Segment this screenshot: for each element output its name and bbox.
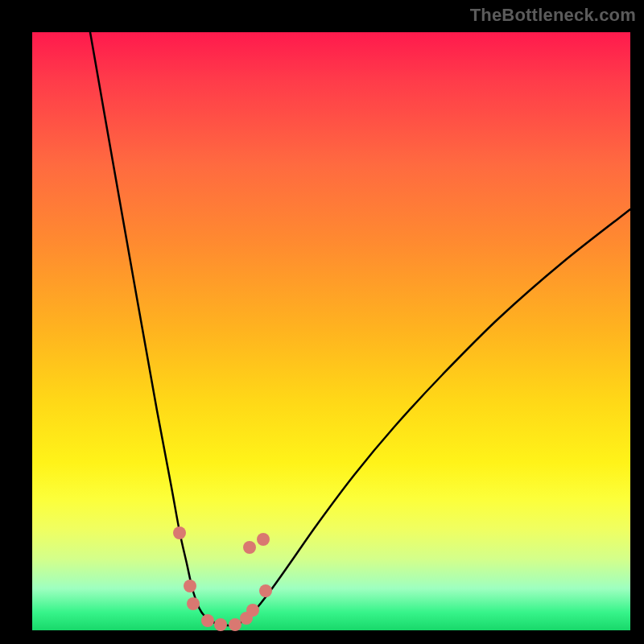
marker-point	[257, 533, 270, 546]
marker-point	[229, 618, 242, 631]
marker-point	[259, 584, 272, 597]
bottleneck-curve-path	[90, 32, 630, 625]
plot-area	[32, 32, 630, 630]
marker-point	[184, 580, 196, 592]
marker-point	[243, 541, 256, 554]
attribution-label: TheBottleneck.com	[470, 5, 636, 26]
highlight-markers	[173, 526, 272, 631]
marker-point	[201, 614, 214, 627]
bottleneck-curve-svg	[32, 32, 630, 630]
marker-point	[173, 526, 186, 539]
marker-point	[187, 597, 200, 610]
chart-frame: TheBottleneck.com	[0, 0, 644, 644]
marker-point	[246, 604, 259, 617]
marker-point	[214, 618, 227, 631]
